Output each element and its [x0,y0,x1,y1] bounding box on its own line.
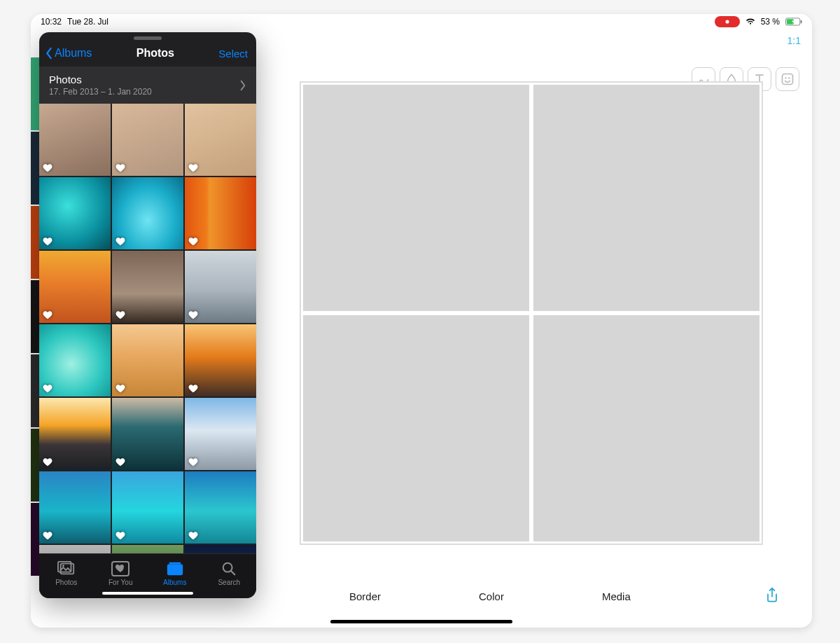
tab-albums[interactable]: Albums [150,561,200,586]
favorite-icon [43,310,52,319]
status-left: 10:32 Tue 28. Jul [41,17,108,27]
background-strip [31,57,39,576]
moment-header[interactable]: Photos 17. Feb 2013 – 1. Jan 2020 [39,67,256,104]
back-button[interactable]: Albums [45,47,92,60]
tab-label: For You [108,579,132,586]
screen-recording-pill[interactable] [715,16,740,27]
collage-slot-3[interactable] [303,315,529,541]
albums-icon [166,561,184,576]
thumb-item[interactable] [185,251,256,323]
popover-home-indicator[interactable] [102,592,193,595]
photos-picker-popover: Albums Photos Select Photos 17. Feb 2013… [39,32,256,598]
thumb-item[interactable] [112,324,183,396]
media-button[interactable]: Media [602,590,631,602]
collage-slot-4[interactable] [533,315,760,541]
tab-label: Albums [163,579,186,586]
popover-grabber[interactable] [134,36,162,40]
collage-canvas[interactable] [300,81,763,545]
svg-point-6 [788,77,790,78]
moment-date-range: 17. Feb 2013 – 1. Jan 2020 [49,87,152,97]
back-label: Albums [55,47,92,60]
tab-search[interactable]: Search [204,561,253,586]
favorite-icon [188,384,198,393]
popover-header: Albums Photos Select [39,43,256,67]
thumb-item[interactable] [185,545,256,553]
thumb-item[interactable] [39,251,111,323]
thumb-item[interactable] [185,324,256,396]
status-right: 53 % [715,16,802,27]
search-icon [220,561,238,576]
chevron-right-icon [239,80,246,91]
share-button[interactable] [764,587,780,606]
favorite-icon [115,531,125,540]
thumb-item[interactable] [39,104,111,176]
favorite-icon [115,310,125,319]
thumb-item[interactable] [185,398,256,470]
favorite-icon [43,384,52,393]
collage-slot-2[interactable] [533,85,760,311]
favorite-icon [115,384,125,393]
battery-icon [785,18,802,26]
border-button[interactable]: Border [349,590,381,602]
tab-for-you[interactable]: For You [96,561,145,586]
wifi-icon [746,18,755,25]
sticker-tool[interactable] [776,67,799,91]
thumb-item[interactable] [112,545,183,553]
select-button[interactable]: Select [218,48,248,60]
color-button[interactable]: Color [479,590,504,602]
thumb-item[interactable] [39,545,111,553]
thumb-item[interactable] [112,251,183,323]
tab-photos[interactable]: Photos [42,561,91,586]
favorite-icon [115,163,125,172]
thumb-item[interactable] [185,177,256,249]
svg-rect-12 [169,562,181,564]
thumb-item[interactable] [39,324,111,396]
battery-label: 53 % [761,17,780,27]
app-window: 10:32 Tue 28. Jul 53 % 1:1 [31,14,812,628]
tab-label: Photos [55,579,77,586]
thumb-item[interactable] [185,471,256,544]
thumb-item[interactable] [112,104,183,176]
favorite-icon [43,457,52,466]
thumb-item[interactable] [39,398,111,470]
collage-slot-1[interactable] [303,85,529,311]
favorite-icon [188,163,198,172]
bottom-toolbar: Border Color Media [272,579,799,614]
svg-rect-11 [167,564,183,575]
favorite-icon [188,310,198,319]
aspect-ratio-button[interactable]: 1:1 [788,35,801,46]
thumb-item[interactable] [112,471,183,544]
favorite-icon [43,531,52,540]
thumb-item[interactable] [39,177,111,249]
thumb-item[interactable] [112,177,183,249]
favorite-icon [115,457,125,466]
svg-rect-3 [801,20,802,24]
thumbnail-grid[interactable] [39,104,256,553]
status-time: 10:32 [41,17,62,27]
favorite-icon [188,237,198,246]
thumb-item[interactable] [185,104,256,176]
status-bar: 10:32 Tue 28. Jul 53 % [31,14,812,29]
thumb-item[interactable] [39,471,111,544]
favorite-icon [188,457,198,466]
status-date: Tue 28. Jul [67,17,108,27]
tab-label: Search [218,579,240,586]
for-you-icon [111,561,130,576]
photos-icon [57,561,76,576]
home-indicator[interactable] [330,620,512,623]
favorite-icon [43,163,52,172]
popover-title: Photos [136,47,174,60]
svg-point-0 [725,20,729,23]
moment-title: Photos [49,74,152,85]
thumb-item[interactable] [112,398,183,470]
chevron-left-icon [45,47,53,60]
favorite-icon [188,531,198,540]
svg-point-5 [785,77,786,78]
favorite-icon [115,237,125,246]
favorite-icon [43,237,52,246]
